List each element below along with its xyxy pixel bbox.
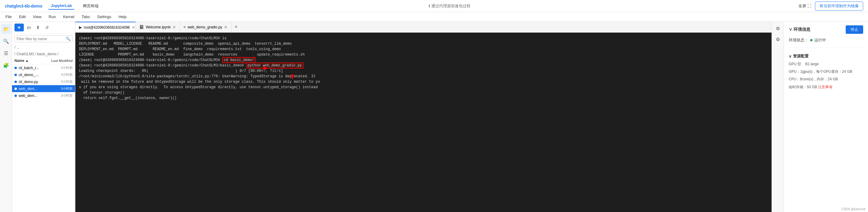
top-bar: chatglm3-6b-demo JupyterLab 网页终端 ℹ 通过代理源… — [0, 0, 868, 12]
sidebar-icon-search[interactable]: 🔍 — [1, 36, 11, 46]
mirror-button[interactable]: 将当前环境制作为镜像 — [815, 1, 863, 10]
list-item[interactable]: cli_demo_.... 3小时前 — [12, 71, 75, 78]
content-area: ▶ root@420960365816324096 ✕ 📓 Welcome.ip… — [75, 22, 772, 212]
search-input[interactable] — [17, 37, 64, 41]
right-sidebar-icons: ⚙ ⚙ — [772, 22, 784, 212]
tab-jupyterlab[interactable]: JupyterLab — [48, 2, 74, 10]
file-name: cli_demo.py — [19, 80, 59, 84]
file-indicator — [14, 74, 17, 76]
new-folder-button[interactable]: 🗁 — [25, 24, 33, 31]
menu-file[interactable]: File — [2, 13, 15, 20]
file-modified: 3小时前 — [61, 79, 73, 84]
file-list: cli_batch_r... 3小时前 cli_demo_.... 3小时前 c… — [12, 64, 75, 212]
file-panel: + 🗁 ⬆ ↺ 🔍 / ... / ChatGLM3 / basic_demo … — [12, 22, 75, 212]
new-file-button[interactable]: + — [14, 24, 24, 31]
fullscreen-icon: ⛶ — [807, 4, 811, 8]
collapse-icon-resource[interactable]: ∨ — [789, 54, 792, 59]
file-name: cli_batch_r... — [19, 66, 59, 70]
tab-close-welcome[interactable]: ✕ — [173, 25, 176, 29]
menu-tabs[interactable]: Tabs — [79, 13, 93, 20]
collapse-icon[interactable]: ∨ — [789, 27, 792, 32]
storage-row: 临时存储：50 GB 注意事项 — [789, 84, 863, 90]
list-item[interactable]: cli_demo.py 3小时前 — [12, 78, 75, 85]
file-name: web_dem... — [19, 94, 59, 98]
resource-section-title: ∨ 资源配置 — [789, 53, 863, 59]
divider — [789, 48, 863, 48]
file-modified: 3小时前 — [61, 65, 73, 70]
tab-close-python[interactable]: ✕ — [224, 25, 227, 29]
tab-label: root@420960365816324096 — [84, 25, 130, 30]
logo: chatglm3-6b-demo — [5, 4, 42, 8]
panel-title: ∨ 环境信息 — [789, 27, 810, 32]
proxy-link[interactable]: ℹ 通过代理源加速包过程 — [429, 3, 470, 9]
menu-settings[interactable]: Settings — [94, 13, 114, 20]
refresh-button[interactable]: ↺ — [43, 24, 51, 31]
list-item[interactable]: cli_batch_r... 3小时前 — [12, 64, 75, 71]
file-indicator — [14, 81, 17, 83]
file-modified: 3小时前 — [61, 73, 73, 77]
modified-column-header: Last Modified — [51, 59, 73, 62]
menu-view[interactable]: View — [30, 13, 44, 20]
main-layout: 📁 🔍 ☰ 🧩 + 🗁 ⬆ ↺ 🔍 / ... / ChatGLM3 / bas… — [0, 22, 868, 212]
terminal-line: return self.fget.__get__(instance, owner… — [79, 96, 768, 101]
menu-bar: File Edit View Run Kernel Tabs Settings … — [0, 12, 868, 22]
search-icon: 🔍 — [66, 36, 70, 41]
tab-label: Welcome.ipynb — [146, 25, 170, 29]
sidebar-icon-commands[interactable]: ☰ — [1, 48, 11, 58]
menu-edit[interactable]: Edit — [16, 13, 29, 20]
fullscreen-label: 全屏 — [798, 3, 806, 9]
gear-icon-2[interactable]: ⚙ — [774, 35, 782, 44]
file-modified: 3小时前 — [61, 93, 73, 98]
notebook-icon: 📓 — [139, 25, 144, 29]
breadcrumb: / ... — [12, 44, 75, 51]
file-indicator — [14, 95, 17, 97]
gear-icon-1[interactable]: ⚙ — [774, 24, 782, 33]
storage-warning-link[interactable]: 注意事项 — [818, 85, 832, 89]
menu-run[interactable]: Run — [45, 13, 59, 20]
file-toolbar: + 🗁 ⬆ ↺ — [12, 22, 75, 33]
tab-terminal-session[interactable]: ▶ root@420960365816324096 ✕ — [75, 22, 135, 33]
tab-welcome[interactable]: 📓 Welcome.ipynb ✕ — [135, 22, 180, 33]
upload-button[interactable]: ⬆ — [34, 24, 42, 31]
menu-help[interactable]: Help — [116, 13, 130, 20]
top-bar-actions: 全屏 ⛶ 将当前环境制作为镜像 — [798, 1, 863, 10]
list-item-active[interactable]: web_dem... 3小时前 — [12, 85, 75, 92]
file-search-container: 🔍 — [14, 35, 73, 42]
menu-kernel[interactable]: Kernel — [60, 13, 78, 20]
terminal-line: (base) root@420960365816324096-taskrole1… — [79, 36, 768, 41]
stop-button[interactable]: 停止 — [846, 25, 863, 34]
sidebar-icon-files[interactable]: 📁 — [1, 24, 11, 34]
list-item[interactable]: web_dem... 3小时前 — [12, 92, 75, 99]
tab-label: web_demo_gradio.py — [187, 25, 222, 29]
file-list-header: Name ▲ Last Modified — [12, 57, 75, 64]
tab-python[interactable]: ≡ web_demo_gradio.py ✕ — [180, 22, 231, 33]
name-column-header[interactable]: Name ▲ — [14, 59, 51, 63]
add-tab-button[interactable]: + — [231, 24, 241, 30]
gpu-info-row: GPU：1gpu(s)，每个GPU显存：24 GB — [789, 69, 863, 75]
env-status-value: 运行中 — [814, 37, 826, 43]
sidebar-icons: 📁 🔍 ☰ 🧩 — [0, 22, 12, 212]
fullscreen-button[interactable]: 全屏 ⛶ — [798, 3, 811, 9]
right-panel: ∨ 环境信息 停止 环境状态： 运行中 ∨ 资源配置 GPU 型 B1.larg… — [784, 22, 868, 212]
file-indicator — [14, 67, 17, 69]
tab-close-terminal[interactable]: ✕ — [132, 25, 135, 30]
sidebar-icon-extensions[interactable]: 🧩 — [1, 60, 11, 70]
sort-icon: ▲ — [25, 59, 29, 63]
terminal-annotated-line-2: (base) root@420960365816324096-taskrole1… — [79, 63, 768, 68]
terminal-line: DEPLOYMENT.md MODEL_LICENSE README.md co… — [79, 41, 768, 47]
file-indicator — [14, 87, 17, 90]
terminal-line: DEPLOYMENT_en.md PROMPT.md README_en.md … — [79, 47, 768, 52]
terminal-content[interactable]: (base) root@420960365816324096-taskrole1… — [75, 33, 772, 212]
tab-bar: ▶ root@420960365816324096 ✕ 📓 Welcome.ip… — [75, 22, 772, 33]
info-icon: ℹ — [429, 4, 430, 8]
panel-header: ∨ 环境信息 停止 — [789, 25, 863, 34]
terminal-line: /root/miniconda3/lib/python3.9/site-pack… — [79, 74, 768, 79]
env-status-row: 环境状态： 运行中 — [789, 37, 863, 43]
tab-terminal[interactable]: 网页终端 — [81, 2, 101, 10]
env-status-label: 环境状态： — [789, 37, 808, 43]
terminal-icon: ▶ — [79, 25, 82, 30]
terminal-line: will be removed in the future and Untype… — [79, 79, 768, 84]
python-icon: ≡ — [184, 25, 186, 29]
terminal-line: LICENSE PROMPT_en.md basic_demo langchai… — [79, 52, 768, 57]
file-name: web_dem... — [19, 87, 59, 91]
